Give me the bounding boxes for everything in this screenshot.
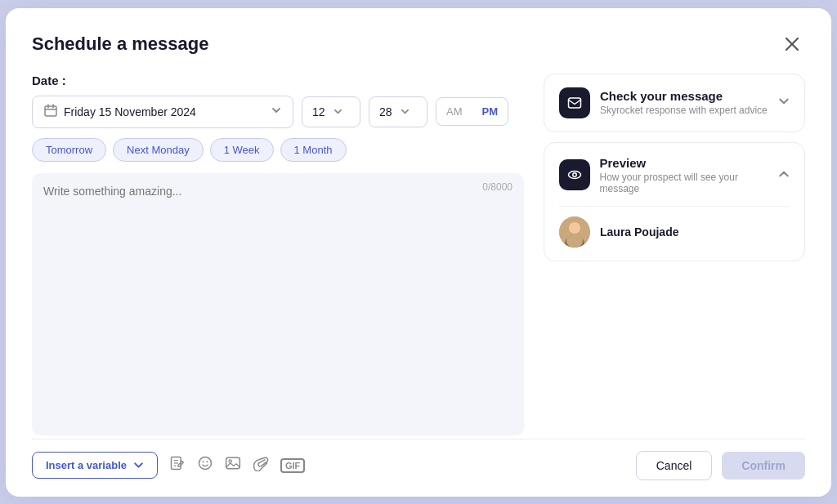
preview-text: Preview How your prospect will see your … [600,156,779,194]
preview-subtitle: How your prospect will see your message [600,172,779,194]
left-panel: Date : Friday 15 Novemb [32,74,524,435]
char-count: 0/8000 [482,181,512,193]
date-picker[interactable]: Friday 15 November 2024 [32,96,293,128]
footer-right: Cancel Confirm [636,451,805,480]
ampm-toggle: AM PM [436,97,508,126]
check-message-text: Check your message Skyrocket response wi… [600,89,768,116]
paperclip-svg [253,455,269,471]
message-textarea[interactable] [43,183,512,426]
pm-button[interactable]: PM [472,98,508,125]
insert-variable-chevron-icon [133,460,144,471]
modal-footer: Insert a variable [32,439,805,480]
emoji-svg [197,455,213,471]
svg-point-10 [569,222,580,234]
gif-icon[interactable]: GIF [280,458,305,473]
preview-contact: Laura Poujade [559,206,790,248]
hour-chevron-icon [333,105,342,119]
svg-rect-2 [45,106,56,116]
svg-rect-6 [569,98,581,108]
attachment-icon[interactable] [253,455,269,475]
am-button[interactable]: AM [436,98,472,125]
avatar-svg [559,216,590,248]
preview-icon-title: Preview How your prospect will see your … [559,156,778,194]
insert-variable-label: Insert a variable [46,459,127,471]
svg-rect-20 [226,457,240,468]
quick-date-tomorrow[interactable]: Tomorrow [32,138,106,162]
image-icon[interactable] [225,455,241,475]
check-message-card: Check your message Skyrocket response wi… [544,74,805,132]
svg-point-12 [566,234,583,248]
preview-chevron-icon[interactable] [778,168,790,182]
image-svg [225,455,241,471]
svg-point-17 [199,457,212,470]
note-svg [169,455,186,471]
calendar-svg [44,104,57,117]
preview-card: Preview How your prospect will see your … [544,142,805,261]
modal-header: Schedule a message [32,31,805,57]
calendar-icon [44,104,57,120]
chevron-svg [271,105,281,115]
check-message-icon-title: Check your message Skyrocket response wi… [559,87,768,118]
preview-icon [559,159,590,190]
note-icon[interactable] [169,455,186,475]
modal-title: Schedule a message [32,33,208,55]
minute-chevron-icon [401,105,410,119]
quick-date-next-monday[interactable]: Next Monday [113,138,204,162]
emoji-icon[interactable] [197,455,213,475]
minute-value: 28 [379,105,392,118]
schedule-modal: Schedule a message Date : [6,8,831,497]
hour-picker[interactable]: 12 [302,96,360,127]
svg-point-7 [568,172,580,179]
confirm-button[interactable]: Confirm [722,452,805,479]
svg-point-8 [573,173,577,177]
check-chevron-icon[interactable] [778,96,790,109]
svg-point-19 [207,461,208,462]
minute-picker[interactable]: 28 [369,96,427,127]
modal-overlay: Schedule a message Date : [0,0,837,504]
check-message-title: Check your message [600,89,768,103]
toolbar-icons: GIF [169,455,305,475]
quick-date-1-week[interactable]: 1 Week [210,138,274,162]
contact-name: Laura Poujade [600,225,678,239]
date-time-row: Friday 15 November 2024 12 [32,96,524,128]
quick-date-1-month[interactable]: 1 Month [280,138,347,162]
check-message-subtitle: Skyrocket response with expert advice [600,105,768,116]
right-panel: Check your message Skyrocket response wi… [544,74,805,435]
insert-variable-button[interactable]: Insert a variable [32,452,158,479]
date-value: Friday 15 November 2024 [64,105,265,118]
eye-icon [567,167,582,182]
preview-title: Preview [600,156,779,170]
svg-point-21 [229,460,231,462]
preview-header: Preview How your prospect will see your … [559,156,790,194]
hour-value: 12 [312,105,325,118]
svg-point-18 [203,461,204,462]
cancel-button[interactable]: Cancel [636,451,713,480]
quick-dates: Tomorrow Next Monday 1 Week 1 Month [32,138,524,162]
close-icon [785,37,799,51]
modal-body: Date : Friday 15 Novemb [32,74,805,435]
envelope-icon [567,96,582,110]
contact-avatar [559,216,590,248]
date-label: Date : [32,74,524,87]
minute-chevron-svg [401,107,410,116]
check-message-header: Check your message Skyrocket response wi… [559,87,790,118]
close-button[interactable] [779,31,805,57]
check-chevron-svg [778,96,790,107]
date-chevron-icon [271,105,281,118]
message-area-wrapper: 0/8000 [32,173,524,435]
hour-chevron-svg [333,107,342,116]
footer-left: Insert a variable [32,452,305,479]
preview-chevron-svg [778,168,790,180]
check-message-icon [559,87,590,118]
